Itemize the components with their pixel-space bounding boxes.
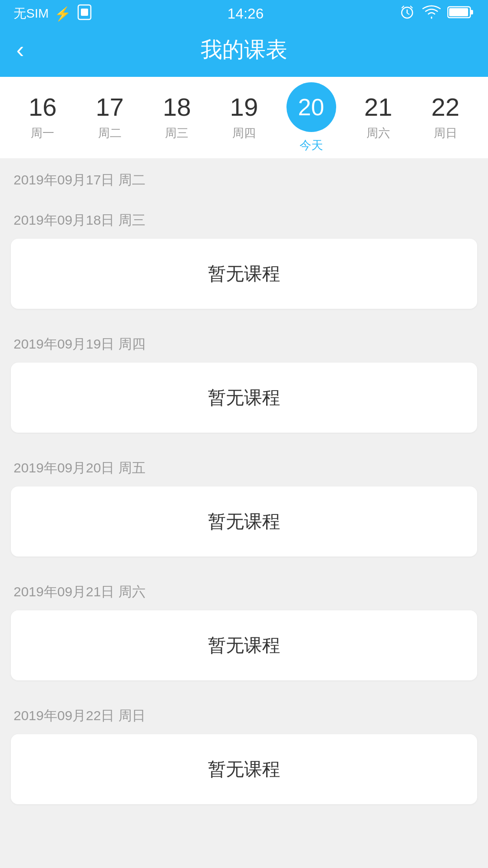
- page-title: 我的课表: [201, 35, 287, 64]
- day-label-thu: 周四: [232, 125, 256, 141]
- day-number-22: 22: [432, 94, 460, 120]
- day-item-thu[interactable]: 19 周四: [215, 94, 273, 141]
- section-sep21: 2019年09月21日 周六 暂无课程: [0, 570, 488, 680]
- day-number-16: 16: [28, 94, 56, 120]
- svg-line-5: [402, 6, 404, 8]
- date-header-sep19: 2019年09月19日 周四: [0, 322, 488, 363]
- day-item-mon[interactable]: 16 周一: [13, 94, 72, 141]
- day-number-20: 20: [286, 82, 336, 132]
- day-label-mon: 周一: [31, 125, 54, 141]
- sim-icon: [76, 4, 93, 24]
- course-card-sep21: 暂无课程: [11, 610, 477, 680]
- empty-label-sep20: 暂无课程: [208, 509, 280, 534]
- day-number-21: 21: [364, 94, 392, 120]
- day-label-sun: 周日: [434, 125, 457, 141]
- usb-icon: ⚡: [54, 6, 71, 22]
- day-number-19: 19: [230, 94, 258, 120]
- course-card-sep18: 暂无课程: [11, 239, 477, 309]
- day-label-wed: 周三: [165, 125, 188, 141]
- status-time: 14:26: [227, 5, 263, 22]
- date-header-sep22: 2019年09月22日 周日: [0, 694, 488, 734]
- svg-line-6: [410, 6, 413, 8]
- course-card-sep20: 暂无课程: [11, 486, 477, 557]
- date-header-sep17: 2019年09月17日 周二: [0, 158, 488, 198]
- day-item-sun[interactable]: 22 周日: [416, 94, 475, 141]
- day-item-today[interactable]: 20 今天: [282, 82, 341, 153]
- empty-label-sep19: 暂无课程: [208, 385, 280, 410]
- day-item-tue[interactable]: 17 周二: [80, 94, 139, 141]
- date-header-sep21: 2019年09月21日 周六: [0, 570, 488, 610]
- battery-icon: [447, 5, 474, 23]
- svg-line-4: [407, 13, 409, 14]
- schedule-content: 2019年09月17日 周二 2019年09月18日 周三 暂无课程 2019年…: [0, 158, 488, 804]
- svg-rect-1: [81, 9, 88, 16]
- section-sep19: 2019年09月19日 周四 暂无课程: [0, 322, 488, 433]
- section-sep17: 2019年09月17日 周二: [0, 158, 488, 198]
- svg-rect-8: [470, 10, 473, 14]
- back-button[interactable]: ‹: [16, 38, 24, 61]
- status-right: [399, 4, 474, 24]
- carrier-text: 无SIM: [14, 5, 49, 22]
- day-item-wed[interactable]: 18 周三: [147, 94, 206, 141]
- week-strip: 16 周一 17 周二 18 周三 19 周四 20 今天 21 周六 22 周…: [0, 77, 488, 158]
- day-label-sat: 周六: [366, 125, 390, 141]
- empty-label-sep21: 暂无课程: [208, 633, 280, 658]
- section-sep20: 2019年09月20日 周五 暂无课程: [0, 446, 488, 557]
- section-sep18: 2019年09月18日 周三 暂无课程: [0, 198, 488, 309]
- day-number-17: 17: [96, 94, 124, 120]
- course-card-sep19: 暂无课程: [11, 363, 477, 433]
- day-label-tue: 周二: [98, 125, 122, 141]
- day-label-today: 今天: [300, 137, 323, 153]
- svg-rect-9: [449, 8, 468, 16]
- course-card-sep22: 暂无课程: [11, 734, 477, 804]
- section-sep22: 2019年09月22日 周日 暂无课程: [0, 694, 488, 804]
- header: ‹ 我的课表: [0, 27, 488, 77]
- status-left: 无SIM ⚡: [14, 4, 93, 24]
- wifi-icon: [422, 4, 441, 24]
- status-bar: 无SIM ⚡ 14:26: [0, 0, 488, 27]
- empty-label-sep18: 暂无课程: [208, 261, 280, 286]
- alarm-icon: [399, 4, 416, 24]
- day-item-sat[interactable]: 21 周六: [349, 94, 408, 141]
- day-number-18: 18: [163, 94, 191, 120]
- date-header-sep18: 2019年09月18日 周三: [0, 198, 488, 239]
- empty-label-sep22: 暂无课程: [208, 757, 280, 782]
- date-header-sep20: 2019年09月20日 周五: [0, 446, 488, 486]
